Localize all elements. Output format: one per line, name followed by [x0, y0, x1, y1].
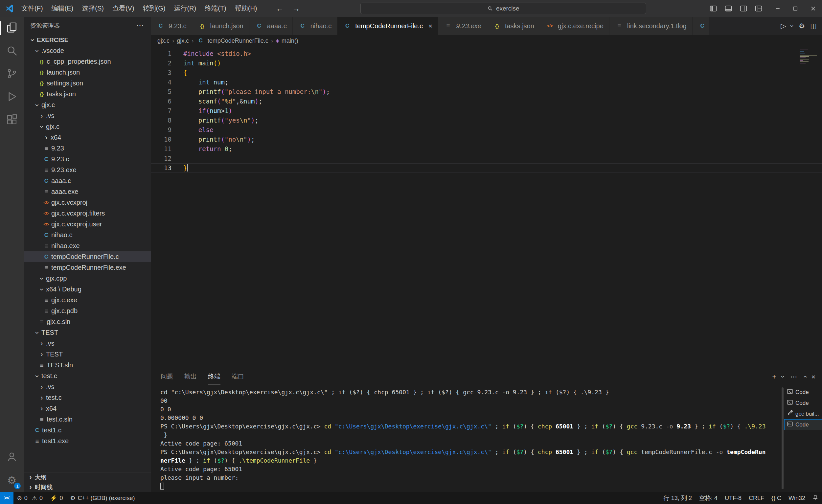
- menu-查看-v[interactable]: 查看(V): [108, 0, 139, 17]
- tree-item-test[interactable]: ›TEST: [24, 327, 151, 338]
- sidebar-section-大纲[interactable]: ›大纲: [24, 472, 151, 482]
- status-debug-config[interactable]: ⚙C++ (GDB) (exercise): [66, 492, 138, 504]
- tree-item-gjx-c-exe[interactable]: ≡gjx.c.exe: [24, 295, 151, 306]
- tree-item-gjx-c-vcxproj-filters[interactable]: </>gjx.c.vcxproj.filters: [24, 208, 151, 219]
- split-editor-icon[interactable]: ◫: [810, 22, 817, 30]
- tree-item-gjx-c-vcxproj-user[interactable]: </>gjx.c.vcxproj.user: [24, 219, 151, 230]
- terminal-instance-1[interactable]: Code: [784, 387, 822, 398]
- tab-launch-json[interactable]: {}launch.json: [192, 17, 249, 35]
- status-encoding[interactable]: UTF-8: [721, 492, 745, 504]
- menu-帮助-h[interactable]: 帮助(H): [231, 0, 262, 17]
- tree-item-test-c-sln[interactable]: ≡test.c.sln: [24, 414, 151, 425]
- code-editor[interactable]: 1#include <stdio.h>2int main()3{4 int nu…: [151, 46, 822, 368]
- tree-item-test-c[interactable]: ›test.c: [24, 392, 151, 403]
- tree-item-gjx-cpp[interactable]: ›gjx.cpp: [24, 273, 151, 284]
- toggle-panel-icon[interactable]: [722, 0, 735, 17]
- terminal-instance-3[interactable]: gcc buil...: [784, 408, 822, 419]
- close-window-button[interactable]: [804, 0, 822, 17]
- tree-item-gjx-c-pdb[interactable]: ≡gjx.c.pdb: [24, 306, 151, 317]
- status-notifications[interactable]: [809, 492, 822, 504]
- tree-item-tasks-json[interactable]: {}tasks.json: [24, 89, 151, 99]
- tab-9-23-c[interactable]: C9.23.c: [151, 17, 192, 35]
- tree-item-gjx-c[interactable]: ›gjx.c: [24, 99, 151, 110]
- tree-item-vscode[interactable]: ›.vscode: [24, 45, 151, 56]
- customize-layout-icon[interactable]: [752, 0, 766, 17]
- more-actions-icon[interactable]: ⋯: [790, 373, 797, 380]
- tree-item-exercise[interactable]: ›EXERCISE: [24, 34, 151, 45]
- tree-item-x64[interactable]: ›x64: [24, 403, 151, 414]
- breadcrumb-gjx-c[interactable]: gjx.c: [157, 37, 169, 44]
- activitybar-search[interactable]: [0, 40, 24, 63]
- go-forward-button[interactable]: →: [292, 4, 300, 13]
- status-problems[interactable]: ⊘0⚠0: [13, 492, 46, 504]
- configure-icon[interactable]: ⚙: [799, 22, 805, 30]
- menu-文件-f[interactable]: 文件(F): [17, 0, 47, 17]
- run-file-icon[interactable]: ▷: [781, 22, 786, 30]
- tree-item-test1-exe[interactable]: ≡test1.exe: [24, 436, 151, 447]
- tree-item-gjx-c-sln[interactable]: ≡gjx.c.sln: [24, 317, 151, 327]
- activitybar-run-debug[interactable]: [0, 86, 24, 109]
- activitybar-explorer[interactable]: [0, 17, 24, 40]
- status-cursor-position[interactable]: 行 13, 列 2: [660, 492, 696, 504]
- status-remote[interactable]: ><: [0, 492, 13, 504]
- run-dropdown-icon[interactable]: ›: [789, 25, 796, 27]
- terminal-instance-2[interactable]: Code: [784, 398, 822, 408]
- menu-编辑-e[interactable]: 编辑(E): [47, 0, 78, 17]
- tree-item-9-23-exe[interactable]: ≡9.23.exe: [24, 164, 151, 175]
- status-cpp-configuration[interactable]: Win32: [785, 492, 809, 504]
- tree-item-test[interactable]: ›TEST: [24, 349, 151, 360]
- tree-item-launch-json[interactable]: {}launch.json: [24, 67, 151, 78]
- go-back-button[interactable]: ←: [276, 4, 284, 13]
- activitybar-settings[interactable]: ⚙1: [0, 469, 24, 492]
- tab-tempcoderunnerfile-c[interactable]: CtempCodeRunnerFile.c×: [337, 17, 438, 35]
- tree-item-9-23[interactable]: ≡9.23: [24, 143, 151, 154]
- panel-tab-端口[interactable]: 端口: [232, 369, 244, 384]
- status-language-mode[interactable]: {} C: [768, 492, 785, 504]
- activitybar-source-control[interactable]: [0, 63, 24, 86]
- status-ports[interactable]: ⚡0: [46, 492, 66, 504]
- tree-item-x64-debug[interactable]: ›x64 \ Debug: [24, 284, 151, 295]
- maximize-panel-icon[interactable]: ›: [801, 376, 808, 378]
- close-icon[interactable]: ×: [428, 22, 432, 30]
- tab-link-secondary-1-tlog[interactable]: ≡link.secondary.1.tlog: [609, 17, 693, 35]
- command-center-search[interactable]: exercise: [360, 3, 646, 14]
- activitybar-extensions[interactable]: [0, 109, 24, 132]
- tab-gjx-c-exe-recipe[interactable]: </>gjx.c.exe.recipe: [540, 17, 609, 35]
- minimize-button[interactable]: [769, 0, 787, 17]
- tab-9-23-exe[interactable]: ≡9.23.exe: [438, 17, 487, 35]
- status-eol[interactable]: CRLF: [745, 492, 768, 504]
- panel-tab-问题[interactable]: 问题: [161, 369, 173, 384]
- new-terminal-icon[interactable]: +: [772, 373, 776, 380]
- status-indentation[interactable]: 空格: 4: [696, 492, 721, 504]
- tree-item-gjx-c-vcxproj[interactable]: </>gjx.c.vcxproj: [24, 197, 151, 208]
- tree-item-x64[interactable]: ›x64: [24, 132, 151, 143]
- breadcrumb-main[interactable]: ◈main(): [276, 37, 298, 44]
- tree-item-nihao-exe[interactable]: ≡nihao.exe: [24, 240, 151, 251]
- tab-tasks-json[interactable]: {}tasks.json: [487, 17, 540, 35]
- tree-item-gjx-c[interactable]: ›gjx.c: [24, 121, 151, 132]
- launch-profile-dropdown-icon[interactable]: ›: [780, 376, 787, 378]
- toggle-sidebar-icon[interactable]: [706, 0, 720, 17]
- panel-tab-终端[interactable]: 终端: [208, 369, 221, 384]
- tab-aaaa-c[interactable]: Caaaa.c: [249, 17, 293, 35]
- tree-item-vs[interactable]: ›.vs: [24, 110, 151, 121]
- tree-item-vs[interactable]: ›.vs: [24, 338, 151, 349]
- activitybar-account[interactable]: [0, 446, 24, 469]
- close-panel-icon[interactable]: ×: [811, 373, 815, 380]
- tree-item-settings-json[interactable]: {}settings.json: [24, 78, 151, 89]
- tree-item-c-cpp-properties-json[interactable]: {}c_cpp_properties.json: [24, 56, 151, 67]
- tree-item-test1-c[interactable]: Ctest1.c: [24, 425, 151, 436]
- menu-运行-r[interactable]: 运行(R): [169, 0, 200, 17]
- terminal-instance-4[interactable]: Code: [784, 419, 822, 430]
- sidebar-section-时间线[interactable]: ›时间线: [24, 482, 151, 492]
- tree-item-aaaa-exe[interactable]: ≡aaaa.exe: [24, 186, 151, 197]
- panel-tab-输出[interactable]: 输出: [184, 369, 197, 384]
- tree-item-test-c[interactable]: ›test.c: [24, 371, 151, 382]
- terminal-scrollbar[interactable]: [781, 385, 784, 492]
- tree-item-nihao-c[interactable]: Cnihao.c: [24, 230, 151, 240]
- menu-选择-s[interactable]: 选择(S): [77, 0, 108, 17]
- menu-终端-t[interactable]: 终端(T): [200, 0, 231, 17]
- terminal-output[interactable]: cd "c:\Users\gjx\Desktop\exercise\gjx.c\…: [151, 385, 781, 492]
- sidebar-more-actions-icon[interactable]: ⋯: [136, 21, 144, 30]
- tree-item-vs[interactable]: ›.vs: [24, 382, 151, 392]
